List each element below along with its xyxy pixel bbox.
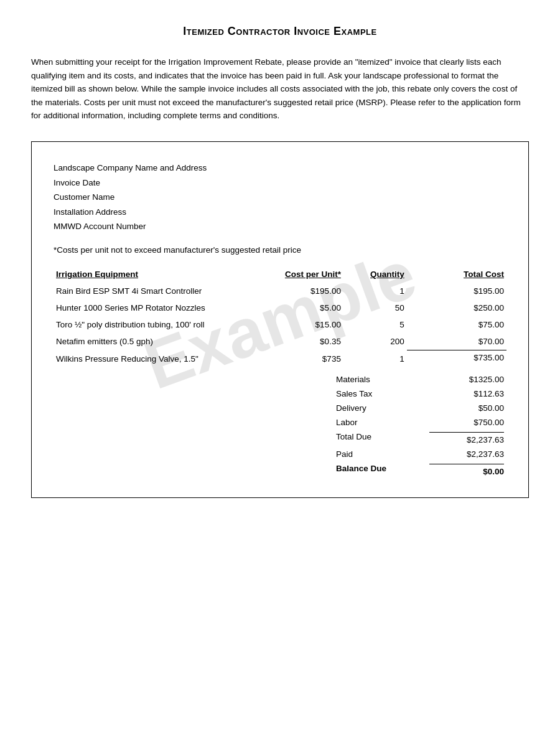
summary-label: Total Due: [336, 432, 429, 444]
summary-label: Balance Due: [336, 464, 429, 476]
summary-row: Total Due$2,237.63: [54, 430, 506, 447]
summary-label: Sales Tax: [336, 389, 429, 398]
cell-cost: $735: [244, 350, 343, 367]
summary-label: Paid: [336, 449, 429, 459]
summary-value: $50.00: [429, 403, 504, 413]
invoice-box: Example Landscape Company Name and Addre…: [31, 141, 529, 498]
cell-qty: 1: [343, 350, 407, 367]
summary-row: Delivery$50.00: [54, 401, 506, 415]
header-line: Installation Address: [54, 205, 506, 220]
header-line: Customer Name: [54, 190, 506, 205]
summary-value: $0.00: [429, 464, 504, 476]
summary-row: Sales Tax$112.63: [54, 387, 506, 401]
cell-total: $250.00: [407, 299, 506, 316]
table-row: Toro ½" poly distribution tubing, 100' r…: [54, 316, 506, 333]
cell-cost: $15.00: [244, 316, 343, 333]
cell-item: Toro ½" poly distribution tubing, 100' r…: [54, 316, 244, 333]
table-header-row: Irrigation Equipment Cost per Unit* Quan…: [54, 266, 506, 283]
summary-row: Materials$1325.00: [54, 372, 506, 387]
cell-cost: $195.00: [244, 283, 343, 299]
cell-cost: $0.35: [244, 333, 343, 350]
costs-note: *Costs per unit not to exceed manufactur…: [54, 245, 506, 255]
cell-qty: 1: [343, 283, 407, 299]
header-line: Landscape Company Name and Address: [54, 161, 506, 176]
cell-item: Wilkins Pressure Reducing Valve, 1.5": [54, 350, 244, 367]
cell-qty: 200: [343, 333, 407, 350]
col-header-item: Irrigation Equipment: [54, 266, 244, 283]
cell-total: $75.00: [407, 316, 506, 333]
table-row: Netafim emitters (0.5 gph)$0.35200$70.00: [54, 333, 506, 350]
col-header-cost: Cost per Unit*: [244, 266, 343, 283]
summary-label: Materials: [336, 375, 429, 384]
cell-total: $195.00: [407, 283, 506, 299]
summary-row: Paid$2,237.63: [54, 447, 506, 461]
intro-text: When submitting your receipt for the Irr…: [31, 55, 529, 123]
header-line: Invoice Date: [54, 176, 506, 190]
summary-label: Delivery: [336, 403, 429, 413]
summary-value: $750.00: [429, 418, 504, 427]
cell-item: Rain Bird ESP SMT 4i Smart Controller: [54, 283, 244, 299]
col-header-total: Total Cost: [407, 266, 506, 283]
cell-item: Netafim emitters (0.5 gph): [54, 333, 244, 350]
cell-qty: 50: [343, 299, 407, 316]
table-row: Wilkins Pressure Reducing Valve, 1.5"$73…: [54, 350, 506, 367]
cell-total: $735.00: [407, 350, 506, 367]
summary-value: $1325.00: [429, 375, 504, 384]
invoice-table: Irrigation Equipment Cost per Unit* Quan…: [54, 266, 506, 367]
col-header-qty: Quantity: [343, 266, 407, 283]
summary-label: Labor: [336, 418, 429, 427]
header-line: MMWD Account Number: [54, 219, 506, 234]
invoice-header: Landscape Company Name and AddressInvoic…: [54, 161, 506, 234]
summary-section: Materials$1325.00Sales Tax$112.63Deliver…: [54, 372, 506, 479]
summary-value: $2,237.63: [429, 432, 504, 444]
cell-qty: 5: [343, 316, 407, 333]
table-row: Rain Bird ESP SMT 4i Smart Controller$19…: [54, 283, 506, 299]
page-title: Itemized Contractor Invoice Example: [31, 25, 529, 38]
summary-value: $2,237.63: [429, 449, 504, 459]
summary-row: Balance Due$0.00: [54, 461, 506, 479]
cell-total: $70.00: [407, 333, 506, 350]
summary-value: $112.63: [429, 389, 504, 398]
table-row: Hunter 1000 Series MP Rotator Nozzles$5.…: [54, 299, 506, 316]
cell-item: Hunter 1000 Series MP Rotator Nozzles: [54, 299, 244, 316]
cell-cost: $5.00: [244, 299, 343, 316]
summary-row: Labor$750.00: [54, 415, 506, 430]
